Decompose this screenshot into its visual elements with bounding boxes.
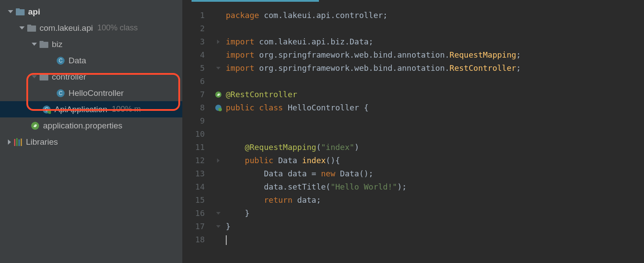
line-number: 8: [183, 101, 211, 114]
line-number: 5: [183, 62, 211, 75]
svg-rect-9: [40, 73, 43, 76]
line-number: 15: [183, 194, 211, 207]
svg-rect-19: [21, 139, 22, 146]
tree-label: api: [28, 7, 40, 17]
svg-point-22: [218, 108, 222, 111]
code-editor[interactable]: 1 2 3 4 5 6 7 8 9 10 11 12 13 14 15 16 1…: [183, 0, 644, 263]
text-caret: [226, 235, 227, 245]
code-text[interactable]: package com.lakeui.api.controller; impor…: [226, 3, 644, 263]
fold-icon[interactable]: [216, 225, 221, 228]
tree-node-api-application[interactable]: C ApiApplication 100% m: [0, 101, 182, 117]
tree-label: application.properties: [43, 121, 123, 131]
line-number: 10: [183, 128, 211, 141]
spring-bean-gutter-icon[interactable]: [215, 104, 222, 111]
chevron-down-icon[interactable]: [32, 75, 37, 78]
line-number: 4: [183, 48, 211, 62]
line-number: 6: [183, 75, 211, 88]
active-tab-indicator: [192, 0, 319, 2]
line-number: 14: [183, 180, 211, 194]
folder-icon: [16, 7, 25, 16]
package-icon: [27, 24, 36, 33]
svg-text:C: C: [59, 58, 63, 64]
tree-label: Libraries: [26, 137, 58, 147]
fold-icon[interactable]: [217, 40, 220, 44]
line-number: 16: [183, 207, 211, 220]
tree-label: ApiApplication: [54, 105, 107, 114]
app-root: api com.lakeui.api 100% class biz C Data: [0, 0, 644, 263]
svg-rect-3: [27, 25, 31, 27]
tree-label: com.lakeui.api: [40, 23, 93, 33]
spring-run-gutter-icon[interactable]: [215, 91, 222, 98]
tree-node-biz[interactable]: biz: [0, 36, 182, 52]
libraries-icon: [14, 138, 22, 146]
line-number: 12: [183, 154, 211, 167]
tree-node-hello-controller[interactable]: C HelloController: [0, 85, 182, 101]
fold-icon[interactable]: [216, 212, 221, 215]
chevron-right-icon[interactable]: [8, 139, 11, 145]
spring-run-class-icon: C: [42, 105, 51, 114]
line-number: 3: [183, 35, 211, 48]
line-number-gutter: 1 2 3 4 5 6 7 8 9 10 11 12 13 14 15 16 1…: [183, 3, 211, 263]
svg-rect-17: [16, 138, 18, 146]
fold-icon[interactable]: [216, 67, 221, 69]
line-number: 2: [183, 22, 211, 35]
fold-icon[interactable]: [217, 158, 220, 163]
package-icon: [40, 40, 48, 49]
tree-label: HelloController: [69, 88, 124, 98]
line-number: 7: [183, 88, 211, 101]
svg-text:C: C: [59, 90, 63, 96]
editor-tabstrip: [183, 0, 644, 3]
tree-node-application-properties[interactable]: application.properties: [0, 117, 182, 134]
svg-rect-1: [16, 8, 20, 11]
coverage-hint: 100% class: [97, 23, 137, 33]
spring-config-icon: [31, 121, 40, 130]
svg-rect-16: [14, 139, 15, 146]
class-icon: C: [56, 89, 65, 98]
line-number: 17: [183, 220, 211, 233]
svg-rect-18: [18, 139, 20, 146]
line-number: 11: [183, 141, 211, 154]
tree-node-data-class[interactable]: C Data: [0, 52, 182, 69]
tree-label: Data: [69, 56, 86, 66]
line-number: 13: [183, 167, 211, 180]
tree-label: biz: [52, 40, 62, 49]
class-icon: C: [56, 56, 65, 65]
package-icon: [40, 73, 48, 81]
chevron-down-icon[interactable]: [8, 10, 13, 13]
tree-node-controller[interactable]: controller: [0, 69, 182, 85]
chevron-down-icon[interactable]: [19, 26, 25, 29]
coverage-hint: 100% m: [112, 105, 141, 114]
project-tree[interactable]: api com.lakeui.api 100% class biz C Data: [0, 0, 183, 263]
tree-node-package[interactable]: com.lakeui.api 100% class: [0, 20, 182, 36]
line-number: 9: [183, 114, 211, 128]
tree-label: controller: [52, 72, 86, 82]
line-number: 1: [183, 9, 211, 22]
svg-rect-5: [40, 41, 43, 44]
gutter-marks: [211, 3, 226, 263]
tree-node-libraries[interactable]: Libraries: [0, 134, 182, 150]
chevron-down-icon[interactable]: [32, 43, 37, 46]
code-area: 1 2 3 4 5 6 7 8 9 10 11 12 13 14 15 16 1…: [183, 3, 644, 263]
tree-node-api[interactable]: api: [0, 4, 182, 20]
line-number: 18: [183, 233, 211, 246]
